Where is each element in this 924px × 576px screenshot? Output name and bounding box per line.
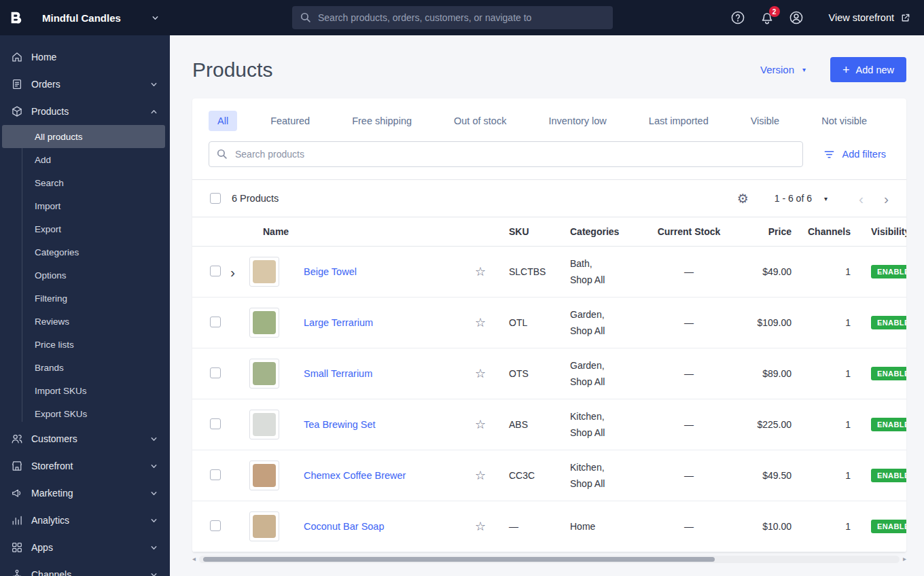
sidebar-item-products[interactable]: Products	[0, 98, 170, 125]
table-row: › Small Terrarium ☆ OTS Garden, Shop All…	[192, 348, 906, 399]
sidebar-subitem-filtering[interactable]: Filtering	[2, 287, 165, 310]
expand-row-chevron-icon[interactable]: ›	[230, 264, 235, 280]
select-all-checkbox[interactable]	[210, 193, 221, 204]
row-checkbox[interactable]	[210, 367, 221, 378]
notification-badge: 2	[769, 6, 780, 17]
tab-all[interactable]: All	[209, 111, 237, 131]
topbar: Mindful Candles 2 View storefront	[0, 0, 924, 35]
table-row: › Beige Towel ☆ SLCTBS Bath, Shop All — …	[192, 247, 906, 298]
sidebar-subitem-export[interactable]: Export	[2, 217, 165, 240]
channels-cell: 1	[801, 419, 866, 430]
tab-out-of-stock[interactable]: Out of stock	[445, 111, 515, 131]
sidebar-subitem-options[interactable]: Options	[2, 264, 165, 287]
view-storefront-link[interactable]: View storefront	[825, 12, 914, 24]
notifications-bell-icon[interactable]: 2	[760, 10, 775, 25]
sidebar-subitem-add[interactable]: Add	[2, 148, 165, 171]
star-icon[interactable]: ☆	[475, 265, 486, 278]
sidebar-item-apps[interactable]: Apps	[0, 534, 170, 561]
submenu-item-label: Price lists	[35, 340, 74, 350]
sidebar-subitem-brands[interactable]: Brands	[2, 356, 165, 379]
global-search-input[interactable]	[292, 6, 613, 29]
product-name-link[interactable]: Tea Brewing Set	[304, 419, 376, 430]
star-icon[interactable]: ☆	[475, 469, 486, 482]
sidebar-item-analytics[interactable]: Analytics	[0, 507, 170, 534]
star-icon[interactable]: ☆	[475, 520, 486, 533]
account-icon[interactable]	[789, 10, 804, 25]
chevron-down-icon	[150, 544, 158, 552]
visibility-badge: ENABLED	[871, 418, 906, 431]
storefront-icon	[11, 460, 23, 472]
sidebar-subitem-price-lists[interactable]: Price lists	[2, 333, 165, 356]
prev-page-button[interactable]: ‹	[859, 192, 864, 206]
visibility-badge: ENABLED	[871, 316, 906, 329]
help-icon[interactable]	[730, 10, 745, 25]
scrollbar-thumb[interactable]	[203, 557, 715, 562]
add-new-button[interactable]: + Add new	[830, 57, 906, 82]
sidebar-subitem-search[interactable]: Search	[2, 171, 165, 194]
table-row: › Chemex Coffee Brewer ☆ CC3C Kitchen, S…	[192, 450, 906, 501]
gear-icon[interactable]: ⚙	[733, 192, 753, 206]
channels-cell: 1	[801, 266, 866, 277]
product-name-link[interactable]: Beige Towel	[304, 266, 357, 277]
channels-cell: 1	[801, 317, 866, 328]
row-checkbox[interactable]	[210, 317, 221, 327]
horizontal-scrollbar[interactable]: ◂ ▸	[192, 554, 906, 564]
sidebar-subitem-categories[interactable]: Categories	[2, 240, 165, 264]
price-cell: $89.00	[726, 368, 801, 379]
tab-inventory-low[interactable]: Inventory low	[539, 111, 615, 131]
filter-icon	[823, 149, 835, 160]
chevron-down-icon	[152, 14, 159, 22]
row-checkbox[interactable]	[210, 520, 221, 531]
categories-cell: Kitchen, Shop All	[570, 408, 652, 441]
tab-featured[interactable]: Featured	[262, 111, 319, 131]
products-submenu: All products Add Search Import Export Ca…	[0, 125, 170, 425]
scroll-left-arrow-icon[interactable]: ◂	[192, 556, 196, 562]
star-icon[interactable]: ☆	[475, 316, 486, 329]
sidebar-item-marketing[interactable]: Marketing	[0, 480, 170, 507]
tab-not-visible[interactable]: Not visible	[813, 111, 876, 131]
product-name-link[interactable]: Chemex Coffee Brewer	[304, 470, 406, 481]
version-dropdown[interactable]: Version ▾	[756, 63, 810, 76]
next-page-button[interactable]: ›	[884, 192, 889, 206]
submenu-item-label: Export	[35, 224, 61, 234]
sidebar-item-home[interactable]: Home	[0, 43, 170, 71]
sidebar-item-orders[interactable]: Orders	[0, 71, 170, 98]
row-checkbox[interactable]	[210, 266, 221, 276]
table-row: › Tea Brewing Set ☆ ABS Kitchen, Shop Al…	[192, 399, 906, 450]
sidebar-subitem-import[interactable]: Import	[2, 194, 165, 217]
customers-icon	[11, 433, 23, 445]
marketing-icon	[11, 487, 23, 499]
tab-free-shipping[interactable]: Free shipping	[343, 111, 421, 131]
product-name-link[interactable]: Small Terrarium	[304, 368, 372, 379]
sidebar-item-storefront[interactable]: Storefront	[0, 452, 170, 480]
product-search-input[interactable]	[209, 141, 803, 167]
scroll-right-arrow-icon[interactable]: ▸	[903, 556, 906, 562]
channels-cell: 1	[801, 368, 866, 379]
sidebar-item-customers[interactable]: Customers	[0, 425, 170, 452]
row-checkbox[interactable]	[210, 418, 221, 429]
tab-visible[interactable]: Visible	[742, 111, 788, 131]
caret-down-icon: ▾	[802, 66, 806, 73]
product-name-link[interactable]: Coconut Bar Soap	[304, 521, 385, 532]
categories-cell: Home	[570, 518, 652, 535]
sidebar-item-channels[interactable]: Channels	[0, 561, 170, 576]
sku-cell: CC3C	[509, 470, 570, 481]
store-switcher[interactable]: Mindful Candles	[38, 12, 163, 24]
status-tabs: All Featured Free shipping Out of stock …	[192, 98, 906, 140]
sidebar-subitem-import-skus[interactable]: Import SKUs	[2, 379, 165, 402]
product-name-link[interactable]: Large Terrarium	[304, 317, 373, 328]
search-icon	[216, 148, 228, 162]
sku-cell: —	[509, 521, 570, 532]
sidebar-subitem-export-skus[interactable]: Export SKUs	[2, 402, 165, 425]
add-filters-button[interactable]: Add filters	[819, 148, 890, 161]
star-icon[interactable]: ☆	[475, 418, 486, 431]
tab-last-imported[interactable]: Last imported	[640, 111, 717, 131]
submenu-item-label: Search	[35, 178, 64, 188]
star-icon[interactable]: ☆	[475, 367, 486, 380]
row-checkbox[interactable]	[210, 469, 221, 480]
column-header-visibility: Visibility	[866, 226, 906, 237]
sidebar-subitem-reviews[interactable]: Reviews	[2, 310, 165, 333]
sidebar-subitem-all-products[interactable]: All products	[2, 125, 165, 148]
scrollbar-track[interactable]	[199, 556, 900, 563]
pagination-range-dropdown[interactable]: 1 - 6 of 6 ▾	[770, 192, 832, 204]
